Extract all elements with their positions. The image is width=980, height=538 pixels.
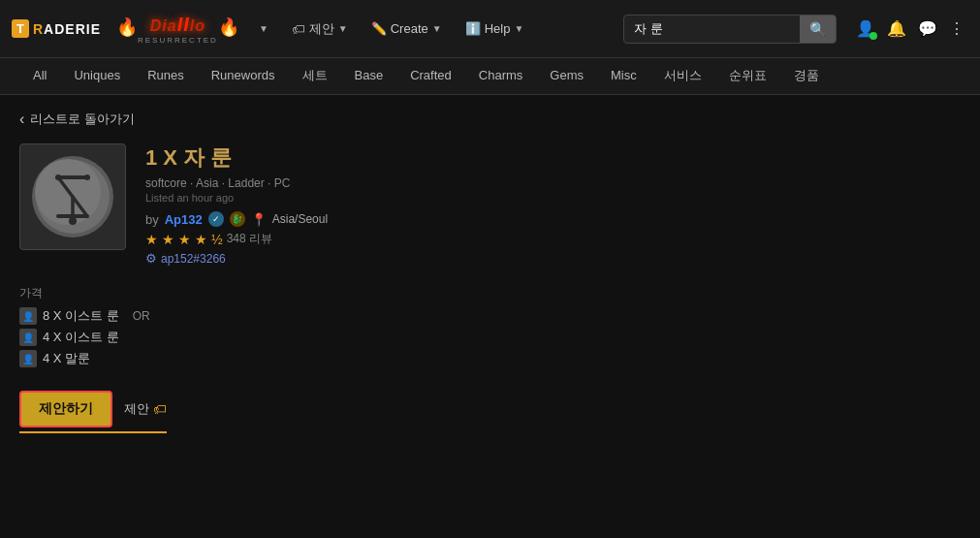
nav-gems[interactable]: Gems	[536, 60, 597, 92]
offer-text: 제안	[124, 400, 149, 418]
chevron-down-icon: ▼	[259, 23, 269, 34]
tag-icon: 🏷	[292, 21, 305, 37]
price-icon-1: 👤	[19, 307, 37, 325]
star-1: ★	[145, 232, 158, 247]
star-half: ½	[211, 232, 223, 247]
notifications-btn[interactable]: 🔔	[883, 16, 910, 42]
svg-point-7	[69, 217, 77, 225]
item-name: 자 룬	[183, 145, 232, 170]
item-meta: softcore · Asia · Ladder · PC	[145, 176, 961, 190]
diablo-logo: 🔥 DiaIIlo RESURRECTED 🔥	[116, 14, 239, 45]
online-dot	[869, 32, 877, 40]
seller-row: by Ap132 ✓ 🐉 📍 Asia/Seoul	[145, 211, 961, 227]
price-icon-2: 👤	[19, 329, 37, 346]
diablo-dropdown-btn[interactable]: ▼	[251, 19, 276, 38]
seller-badge-2: 🐉	[230, 211, 245, 227]
price-row-1: 👤 8 X 이스트 룬 OR	[19, 307, 961, 325]
discord-icon: ⚙	[145, 251, 157, 266]
back-link-label: 리스트로 돌아가기	[30, 111, 135, 128]
nav-set[interactable]: 세트	[289, 59, 341, 94]
seller-name[interactable]: Ap132	[165, 212, 203, 227]
action-row: 제안하기 제안 🏷	[19, 391, 961, 433]
flame-icon: 🔥	[116, 16, 138, 38]
help-btn[interactable]: ℹ️ Help ▼	[458, 17, 532, 40]
nav-runes[interactable]: Runes	[134, 60, 198, 92]
item-image	[19, 143, 126, 250]
more-options-btn[interactable]: ⋮	[945, 16, 968, 42]
rune-image-svg	[29, 153, 116, 240]
logo-icon: T	[12, 19, 29, 38]
resurrected-text: RESURRECTED	[138, 36, 218, 45]
price-qty-3: 4 X 말룬	[43, 350, 90, 367]
nav-prize[interactable]: 경품	[780, 59, 833, 94]
nav-misc[interactable]: Misc	[597, 60, 650, 92]
nav-ranking[interactable]: 순위표	[715, 59, 780, 94]
create-label: Create	[391, 21, 428, 36]
price-qty-2: 4 X 이스트 룬	[43, 329, 119, 346]
price-section: 가격 👤 8 X 이스트 룬 OR 👤 4 X 이스트 룬 👤 4 X 말룬	[19, 285, 961, 367]
item-detail: 1 X 자 룬 softcore · Asia · Ladder · PC Li…	[19, 143, 961, 266]
item-quantity: 1 X	[145, 145, 177, 170]
item-listed: Listed an hour ago	[145, 192, 961, 204]
discord-row: ⚙ ap152#3266	[145, 251, 961, 266]
nav-crafted[interactable]: Crafted	[396, 60, 465, 92]
diablo-text: DiaIIlo	[150, 14, 205, 36]
online-status-btn[interactable]: 👤	[852, 16, 879, 42]
tag-nav-label: 제안	[309, 20, 334, 38]
back-link[interactable]: ‹ 리스트로 돌아가기	[19, 111, 961, 128]
price-row-2: 👤 4 X 이스트 룬	[19, 329, 961, 346]
help-label: Help	[485, 21, 511, 36]
or-label: OR	[133, 309, 150, 323]
logo-text: RADERIE	[33, 21, 101, 37]
search-bar: 🔍	[623, 15, 837, 44]
star-4: ★	[195, 232, 207, 247]
info-icon: ℹ️	[465, 21, 481, 36]
by-label: by	[145, 212, 159, 227]
nav-runewords[interactable]: Runewords	[198, 60, 289, 92]
chevron-down-icon: ▼	[432, 23, 442, 34]
discord-handle: ap152#3266	[161, 252, 226, 266]
star-3: ★	[178, 232, 191, 247]
price-qty-1: 8 X 이스트 룬	[43, 307, 119, 325]
chevron-down-icon: ▼	[514, 23, 523, 34]
messages-btn[interactable]: 💬	[914, 16, 941, 42]
svg-point-9	[84, 174, 90, 180]
item-info: 1 X 자 룬 softcore · Asia · Ladder · PC Li…	[145, 143, 961, 266]
review-count: 348 리뷰	[227, 231, 272, 247]
svg-point-8	[55, 174, 61, 180]
offer-tag-icon: 🏷	[153, 401, 167, 417]
nav-service[interactable]: 서비스	[650, 59, 715, 94]
content: ‹ 리스트로 돌아가기 1 X	[0, 95, 980, 449]
back-arrow-icon: ‹	[19, 111, 24, 128]
create-icon: ✏️	[371, 21, 387, 36]
offer-button[interactable]: 제안하기	[19, 391, 112, 427]
search-input[interactable]	[624, 16, 800, 42]
offer-section: 제안하기 제안 🏷	[19, 391, 167, 433]
star-2: ★	[162, 232, 174, 247]
header-icons: 👤 🔔 💬 ⋮	[852, 16, 968, 42]
navbar: All Uniques Runes Runewords 세트 Base Craf…	[0, 58, 980, 95]
price-icon-3: 👤	[19, 350, 37, 367]
header: T RADERIE 🔥 DiaIIlo RESURRECTED 🔥 ▼ 🏷 제안…	[0, 0, 980, 58]
nav-all[interactable]: All	[19, 60, 60, 92]
create-btn[interactable]: ✏️ Create ▼	[364, 17, 450, 40]
logo-area: T RADERIE	[12, 19, 101, 38]
seller-badge-verified: ✓	[208, 211, 224, 227]
nav-uniques[interactable]: Uniques	[60, 60, 134, 92]
tag-nav-btn[interactable]: 🏷 제안 ▼	[284, 16, 356, 42]
location-pin-icon: 📍	[251, 212, 267, 227]
price-row-3: 👤 4 X 말룬	[19, 350, 961, 367]
offer-label: 제안 🏷	[124, 400, 167, 418]
stars-row: ★ ★ ★ ★ ½ 348 리뷰	[145, 231, 961, 247]
flame-icon-2: 🔥	[218, 16, 239, 38]
price-label: 가격	[19, 285, 961, 301]
seller-location: Asia/Seoul	[272, 212, 328, 226]
nav-base[interactable]: Base	[341, 60, 397, 92]
chevron-down-icon: ▼	[338, 23, 348, 34]
search-button[interactable]: 🔍	[800, 16, 836, 43]
item-title: 1 X 자 룬	[145, 143, 961, 173]
nav-charms[interactable]: Charms	[465, 60, 537, 92]
